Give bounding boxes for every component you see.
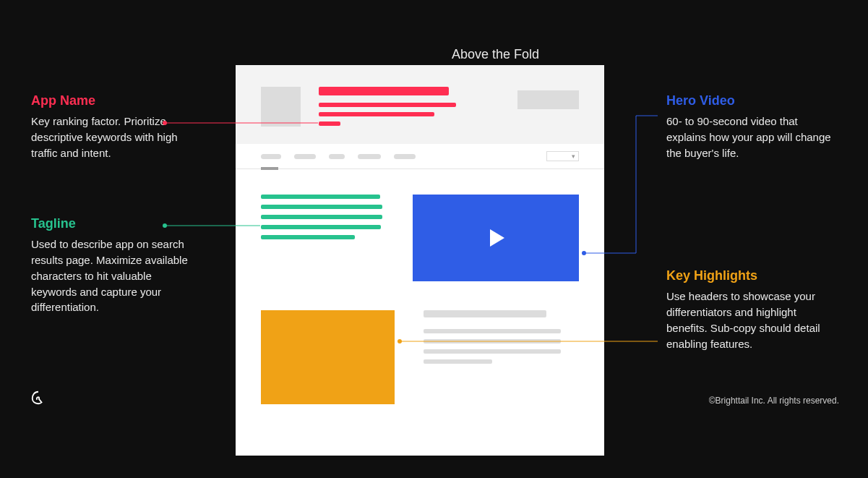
annotation-app-name-heading: App Name — [31, 93, 197, 109]
annotation-app-name: App Name Key ranking factor. Prioritize … — [31, 93, 197, 161]
tab-placeholder — [329, 154, 345, 159]
highlight-text-placeholder — [424, 310, 579, 370]
annotation-tagline: Tagline Used to describe app on search r… — [31, 215, 197, 315]
mockup-tabs — [236, 144, 604, 169]
app-listing-mockup — [236, 65, 604, 456]
annotation-key-highlights-heading: Key Highlights — [666, 268, 833, 284]
mockup-header — [236, 65, 604, 144]
hero-video-placeholder — [413, 195, 579, 281]
dropdown-placeholder — [546, 151, 579, 161]
brighttail-logo-icon — [30, 390, 46, 406]
tab-placeholder — [261, 154, 281, 159]
copyright-text: ©Brighttail Inc. All rights reserved. — [709, 396, 839, 406]
section-title: Above the Fold — [452, 47, 539, 62]
tab-placeholder — [358, 154, 381, 159]
tagline-placeholder — [261, 195, 384, 245]
tab-placeholder — [394, 154, 416, 159]
annotation-hero-video-heading: Hero Video — [666, 93, 833, 109]
annotation-tagline-body: Used to describe app on search results p… — [31, 236, 197, 315]
active-tab-indicator — [261, 167, 278, 170]
annotation-app-name-body: Key ranking factor. Prioritize descripti… — [31, 114, 197, 161]
annotation-key-highlights: Key Highlights Use headers to showcase y… — [666, 268, 833, 351]
play-icon — [490, 229, 504, 247]
annotation-hero-video: Hero Video 60- to 90-second video that e… — [666, 93, 833, 161]
tab-placeholder — [294, 154, 316, 159]
cta-button-placeholder — [517, 90, 579, 109]
annotation-hero-video-body: 60- to 90-second video that explains how… — [666, 114, 833, 161]
app-name-placeholder — [319, 87, 499, 126]
highlight-image-placeholder — [261, 310, 395, 404]
annotation-tagline-heading: Tagline — [31, 215, 197, 232]
app-icon-placeholder — [261, 87, 301, 127]
annotation-key-highlights-body: Use headers to showcase your differentia… — [666, 289, 833, 351]
